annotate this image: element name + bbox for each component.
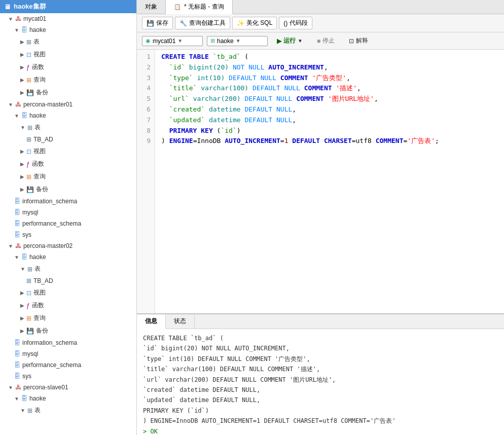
sidebar-item-mycat01-haoke[interactable]: ▼ 🗄 haoke xyxy=(0,24,136,35)
sidebar-item-percona-master01-tb-ad[interactable]: ⊞ TB_AD xyxy=(0,134,136,145)
chevron-down-icon: ▼ xyxy=(20,266,25,272)
create-tool-button[interactable]: 🔧 查询创建工具 xyxy=(175,17,230,29)
sidebar-item-label: mysql xyxy=(22,350,38,357)
tab-query[interactable]: 📋 * 无标题 - 查询 xyxy=(166,0,233,14)
sidebar-item-label: performance_schema xyxy=(22,220,81,227)
sidebar-item-mycat01-funcs[interactable]: ▶ ƒ 函数 xyxy=(0,61,136,74)
explain-button[interactable]: ⊡ 解释 xyxy=(344,35,373,47)
query-icon: ⊞ xyxy=(26,173,31,180)
chevron-down-icon: ▼ xyxy=(14,396,19,402)
query-icon: ⊞ xyxy=(26,315,31,322)
chevron-right-icon: ▶ xyxy=(20,187,24,192)
sidebar-item-percona-master02-perf[interactable]: 🗄 performance_schema xyxy=(0,359,136,371)
sidebar-item-percona-master01-sys[interactable]: 🗄 sys xyxy=(0,229,136,240)
sidebar-item-percona-master01-perf[interactable]: 🗄 performance_schema xyxy=(0,218,136,229)
sidebar-item-label: mysql xyxy=(22,209,38,216)
chevron-down-icon: ▼ xyxy=(8,243,13,249)
sidebar-item-mycat01-views[interactable]: ▶ ⊡ 视图 xyxy=(0,48,136,61)
sidebar-item-label: haoke xyxy=(29,26,46,33)
sidebar-item-label: 备份 xyxy=(36,327,48,335)
chevron-right-icon: ▶ xyxy=(20,174,24,179)
beautify-button[interactable]: ✨ 美化 SQL xyxy=(232,17,277,29)
sidebar-item-label: haoke xyxy=(29,112,46,119)
toolbar: 💾 保存 🔧 查询创建工具 ✨ 美化 SQL () 代码段 xyxy=(137,14,504,32)
save-label: 保存 xyxy=(156,19,168,27)
server-icon: 🖧 xyxy=(15,242,21,249)
sidebar-item-percona-master01-queries[interactable]: ▶ ⊞ 查询 xyxy=(0,170,136,183)
sidebar-item-percona-master02[interactable]: ▼ 🖧 percona-master02 xyxy=(0,240,136,251)
tab-status[interactable]: 状态 xyxy=(166,314,195,329)
db1-selector[interactable]: ◉ mycat01 ▼ xyxy=(142,36,203,46)
schema-icon: 🗄 xyxy=(21,253,27,261)
sidebar-item-percona-master02-views[interactable]: ▶ ⊡ 视图 xyxy=(0,286,136,299)
sidebar-item-percona-master02-info[interactable]: 🗄 information_schema xyxy=(0,337,136,348)
sidebar-item-percona-master02-haoke[interactable]: ▼ 🗄 haoke xyxy=(0,251,136,263)
func-icon: ƒ xyxy=(26,302,30,309)
sidebar-item-mycat01[interactable]: ▼ 🖧 mycat01 xyxy=(0,13,136,24)
stop-button[interactable]: ■ 停止 xyxy=(312,35,340,47)
tab-info[interactable]: 信息 xyxy=(137,314,166,329)
tab-objects[interactable]: 对象 xyxy=(137,0,166,14)
sidebar-item-label: percona-slave01 xyxy=(23,384,68,391)
sidebar-item-percona-master01-views[interactable]: ▶ ⊡ 视图 xyxy=(0,145,136,158)
server-icon: 🖧 xyxy=(15,15,21,22)
sidebar-item-percona-slave01-tables[interactable]: ▼ ⊞ 表 xyxy=(0,404,136,417)
sidebar-item-percona-master01-mysql[interactable]: 🗄 mysql xyxy=(0,207,136,218)
schema-icon: 🗄 xyxy=(14,373,20,380)
sidebar-item-percona-master01-backups[interactable]: ▶ 💾 备份 xyxy=(0,183,136,196)
db2-selector[interactable]: ⊞ haoke ▼ xyxy=(207,36,268,46)
sidebar-item-label: sys xyxy=(22,231,31,238)
sidebar-item-label: haoke xyxy=(29,395,46,402)
sidebar-item-percona-master02-mysql[interactable]: 🗄 mysql xyxy=(0,348,136,359)
sidebar-item-percona-master01-info[interactable]: 🗄 information_schema xyxy=(0,196,136,207)
line-numbers: 12345 6789 xyxy=(137,50,155,313)
schema-icon: 🗄 xyxy=(21,112,27,119)
sidebar-item-label: 备份 xyxy=(36,185,48,194)
sidebar-item-percona-master01-funcs[interactable]: ▶ ƒ 函数 xyxy=(0,158,136,170)
sidebar-item-percona-master02-queries[interactable]: ▶ ⊞ 查询 xyxy=(0,312,136,324)
run-dropdown-icon: ▼ xyxy=(298,38,303,44)
snippet-button[interactable]: () 代码段 xyxy=(279,17,312,29)
sidebar-item-percona-master01-tables[interactable]: ▼ ⊞ 表 xyxy=(0,121,136,134)
stop-label: 停止 xyxy=(322,37,335,45)
sidebar-item-percona-master01[interactable]: ▼ 🖧 percona-master01 xyxy=(0,99,136,110)
sidebar-item-percona-master01-haoke[interactable]: ▼ 🗄 haoke xyxy=(0,110,136,121)
backup-icon: 💾 xyxy=(26,89,34,96)
chevron-right-icon: ▶ xyxy=(20,315,24,321)
sidebar-cluster-icon: 🖥 xyxy=(4,3,11,11)
tabs-bar: 对象 📋 * 无标题 - 查询 xyxy=(137,0,504,14)
stop-icon: ■ xyxy=(317,38,320,45)
tab-objects-label: 对象 xyxy=(145,3,157,11)
view-icon: ⊡ xyxy=(26,289,31,297)
sidebar-item-label: 表 xyxy=(34,406,41,415)
sidebar-header: 🖥 haoke集群 xyxy=(0,0,136,13)
code-content[interactable]: CREATE TABLE `tb_ad` ( `id` bigint(20) N… xyxy=(155,50,504,313)
sidebar-item-label: 查询 xyxy=(33,76,46,84)
sidebar-item-percona-master02-sys[interactable]: 🗄 sys xyxy=(0,371,136,382)
sidebar-item-percona-master02-tables[interactable]: ▼ ⊞ 表 xyxy=(0,263,136,275)
play-icon: ▶ xyxy=(277,38,281,45)
table-icon: ⊞ xyxy=(26,136,31,143)
save-icon: 💾 xyxy=(147,20,154,27)
backup-icon: 💾 xyxy=(26,186,34,193)
sidebar-item-label: TB_AD xyxy=(33,277,53,284)
server-icon: 🖧 xyxy=(15,101,21,108)
table-icon: ⊞ xyxy=(26,277,31,284)
sidebar-item-label: 表 xyxy=(34,123,41,132)
code-editor[interactable]: 12345 6789 CREATE TABLE `tb_ad` ( `id` b… xyxy=(137,50,504,313)
tab-info-label: 信息 xyxy=(145,317,157,324)
chevron-down-icon: ▼ xyxy=(177,38,183,44)
table-icon: ⊞ xyxy=(27,407,32,414)
sidebar-item-percona-master02-tb-ad[interactable]: ⊞ TB_AD xyxy=(0,275,136,286)
sidebar-item-percona-master02-backups[interactable]: ▶ 💾 备份 xyxy=(0,324,136,337)
sidebar-item-percona-slave01[interactable]: ▼ 🖧 percona-slave01 xyxy=(0,382,136,393)
sidebar-item-mycat01-tables[interactable]: ▶ ⊞ 表 xyxy=(0,35,136,48)
beautify-label: 美化 SQL xyxy=(246,19,272,27)
run-button[interactable]: ▶ 运行 ▼ xyxy=(272,35,308,47)
sidebar-item-percona-slave01-haoke[interactable]: ▼ 🗄 haoke xyxy=(0,393,136,404)
tool-icon: 🔧 xyxy=(179,20,187,27)
sidebar-item-mycat01-queries[interactable]: ▶ ⊞ 查询 xyxy=(0,74,136,86)
save-button[interactable]: 💾 保存 xyxy=(142,17,173,29)
sidebar-item-mycat01-backups[interactable]: ▶ 💾 备份 xyxy=(0,86,136,99)
sidebar-item-percona-master02-funcs[interactable]: ▶ ƒ 函数 xyxy=(0,299,136,312)
